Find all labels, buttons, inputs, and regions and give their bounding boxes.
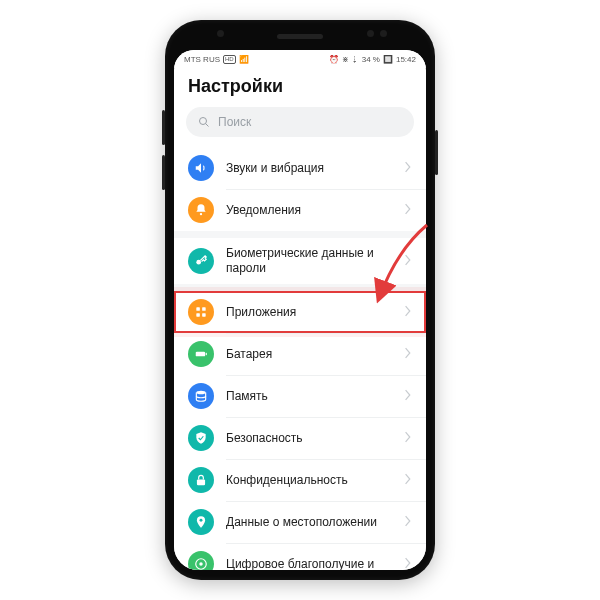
screen: MTS RUS HD 📶 ⏰ ⋇ ⭭ 34 % 🔲 15:42 Настройк… xyxy=(174,50,426,570)
row-label: Уведомления xyxy=(226,203,392,218)
pin-icon xyxy=(188,509,214,535)
front-camera-cluster xyxy=(367,30,387,37)
svg-point-3 xyxy=(196,260,201,265)
lock-icon xyxy=(188,467,214,493)
earpiece-speaker xyxy=(277,34,323,39)
chevron-right-icon xyxy=(404,473,412,488)
chevron-right-icon xyxy=(404,347,412,362)
key-icon xyxy=(188,248,214,274)
row-label: Приложения xyxy=(226,305,392,320)
row-battery[interactable]: Батарея xyxy=(174,333,426,375)
battery-icon: 🔲 xyxy=(383,55,393,64)
bell-icon xyxy=(188,197,214,223)
row-label: Звуки и вибрация xyxy=(226,161,392,176)
clock: 15:42 xyxy=(396,55,416,64)
svg-point-12 xyxy=(200,519,203,522)
row-apps[interactable]: Приложения xyxy=(174,291,426,333)
page-title: Настройки xyxy=(174,68,426,107)
row-label: Безопасность xyxy=(226,431,392,446)
row-label: Конфиденциальность xyxy=(226,473,392,488)
svg-point-10 xyxy=(196,391,205,395)
section-gap xyxy=(174,231,426,238)
chevron-right-icon xyxy=(404,254,412,269)
row-label: Биометрические данные и пароли xyxy=(226,246,392,276)
chevron-right-icon xyxy=(404,161,412,176)
row-memory[interactable]: Память xyxy=(174,375,426,417)
row-sound[interactable]: Звуки и вибрация xyxy=(174,147,426,189)
volume-icon xyxy=(188,155,214,181)
chevron-right-icon xyxy=(404,557,412,571)
status-icons: ⏰ ⋇ ⭭ xyxy=(329,55,358,64)
search-input[interactable]: Поиск xyxy=(186,107,414,137)
carrier-label: MTS RUS xyxy=(184,55,220,64)
row-notifications[interactable]: Уведомления xyxy=(174,189,426,231)
volume-down-button xyxy=(162,155,165,190)
chevron-right-icon xyxy=(404,305,412,320)
volume-up-button xyxy=(162,110,165,145)
row-privacy[interactable]: Конфиденциальность xyxy=(174,459,426,501)
svg-rect-4 xyxy=(196,307,200,311)
search-placeholder: Поиск xyxy=(218,115,251,129)
phone-frame: MTS RUS HD 📶 ⏰ ⋇ ⭭ 34 % 🔲 15:42 Настройк… xyxy=(165,20,435,580)
apps-icon xyxy=(188,299,214,325)
row-label: Цифровое благополучие и xyxy=(226,557,392,571)
svg-point-14 xyxy=(199,562,203,566)
svg-rect-5 xyxy=(202,307,206,311)
front-sensor xyxy=(217,30,224,37)
svg-rect-7 xyxy=(202,313,206,317)
row-location[interactable]: Данные о местоположении xyxy=(174,501,426,543)
signal-icon: 📶 xyxy=(239,55,249,64)
battery-percent: 34 % xyxy=(362,55,380,64)
row-security[interactable]: Безопасность xyxy=(174,417,426,459)
storage-icon xyxy=(188,383,214,409)
svg-rect-8 xyxy=(196,352,205,357)
row-label: Батарея xyxy=(226,347,392,362)
row-label: Данные о местоположении xyxy=(226,515,392,530)
svg-rect-9 xyxy=(206,353,207,355)
chevron-right-icon xyxy=(404,515,412,530)
chevron-right-icon xyxy=(404,389,412,404)
search-icon xyxy=(198,116,210,128)
row-wellbeing[interactable]: Цифровое благополучие и xyxy=(174,543,426,570)
wellbeing-icon xyxy=(188,551,214,570)
power-button xyxy=(435,130,438,175)
settings-list: Звуки и вибрация Уведомления Биометричес… xyxy=(174,147,426,570)
section-gap xyxy=(174,284,426,291)
chevron-right-icon xyxy=(404,431,412,446)
svg-point-0 xyxy=(200,118,207,125)
svg-line-1 xyxy=(206,124,209,127)
row-biometrics[interactable]: Биометрические данные и пароли xyxy=(174,238,426,284)
row-label: Память xyxy=(226,389,392,404)
chevron-right-icon xyxy=(404,203,412,218)
shield-icon xyxy=(188,425,214,451)
svg-point-2 xyxy=(200,213,202,215)
battery-icon xyxy=(188,341,214,367)
status-bar: MTS RUS HD 📶 ⏰ ⋇ ⭭ 34 % 🔲 15:42 xyxy=(174,50,426,68)
svg-rect-11 xyxy=(197,479,205,485)
net-badge: HD xyxy=(223,55,236,64)
svg-rect-6 xyxy=(196,313,200,317)
